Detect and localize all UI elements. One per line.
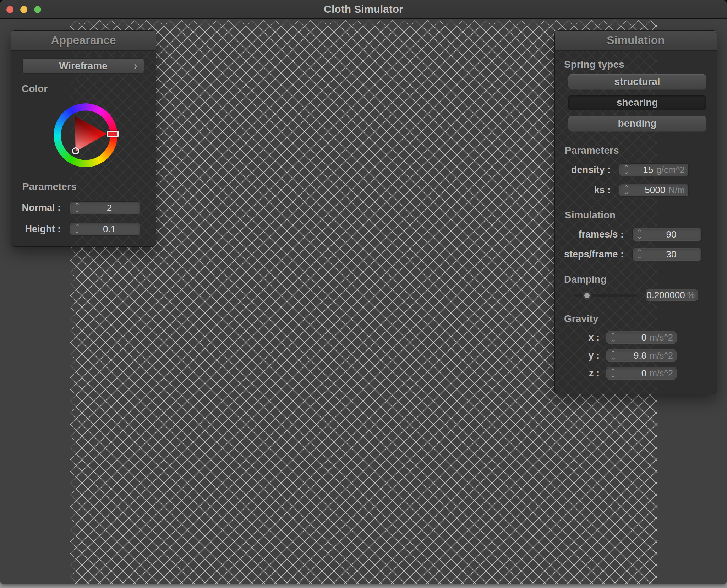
gravity-x-row: x : ⌃⌄ 0 m/s^2 — [562, 331, 677, 344]
gravity-x-value[interactable]: 0 — [618, 332, 646, 343]
titlebar: Cloth Simulator — [0, 0, 727, 19]
wireframe-button-label: Wireframe — [59, 60, 108, 72]
appearance-panel-title[interactable]: Appearance — [11, 31, 156, 51]
frames-spinner[interactable]: ⌃⌄ 90 — [632, 228, 702, 241]
spinner-up-down-icon[interactable]: ⌃⌄ — [610, 369, 616, 377]
simulation-parameters-heading: Parameters — [565, 145, 619, 156]
gravity-x-unit: m/s^2 — [650, 332, 673, 343]
steps-label: steps/frame : — [562, 249, 624, 260]
frames-value[interactable]: 90 — [645, 229, 698, 240]
spring-bending-button[interactable]: bending — [568, 116, 706, 131]
damping-unit: % — [687, 290, 695, 300]
structural-label: structural — [614, 76, 660, 87]
damping-heading: Damping — [564, 274, 607, 285]
spinner-up-down-icon[interactable]: ⌃⌄ — [610, 333, 616, 341]
spinner-up-down-icon[interactable]: ⌃⌄ — [636, 250, 643, 258]
gravity-z-spinner[interactable]: ⌃⌄ 0 m/s^2 — [606, 367, 677, 380]
gravity-y-spinner[interactable]: ⌃⌄ -9.8 m/s^2 — [606, 349, 677, 362]
spring-structural-button[interactable]: structural — [568, 74, 706, 89]
ks-value[interactable]: 5000 — [632, 185, 665, 196]
simulation-panel-title[interactable]: Simulation — [555, 31, 717, 51]
steps-value[interactable]: 30 — [645, 249, 698, 260]
normal-spinner[interactable]: ⌃⌄ 2 — [70, 201, 140, 214]
spinner-up-down-icon[interactable]: ⌃⌄ — [610, 352, 616, 359]
normal-value[interactable]: 2 — [82, 202, 136, 213]
color-wheel — [54, 103, 117, 167]
height-value[interactable]: 0.1 — [82, 224, 136, 235]
density-spinner[interactable]: ⌃⌄ 15 g/cm^2 — [619, 163, 689, 176]
steps-spinner[interactable]: ⌃⌄ 30 — [632, 248, 702, 261]
appearance-parameters-heading: Parameters — [22, 181, 77, 192]
normal-label: Normal : — [18, 202, 61, 213]
normal-row: Normal : ⌃⌄ 2 — [18, 201, 140, 214]
appearance-panel: Appearance Wireframe › Color Parameters … — [11, 30, 156, 247]
window-title: Cloth Simulator — [0, 0, 727, 18]
spinner-up-down-icon[interactable]: ⌃⌄ — [74, 204, 80, 212]
gravity-z-value[interactable]: 0 — [618, 368, 646, 379]
frames-row: frames/s : ⌃⌄ 90 — [562, 228, 702, 241]
spring-shearing-button[interactable]: shearing — [568, 95, 706, 110]
gravity-y-unit: m/s^2 — [650, 350, 673, 361]
chevron-right-icon: › — [134, 60, 137, 72]
density-value[interactable]: 15 — [632, 164, 653, 175]
spinner-up-down-icon[interactable]: ⌃⌄ — [636, 230, 643, 238]
gravity-y-label: y : — [562, 350, 600, 361]
damping-value-box[interactable]: 0.200000 % — [646, 289, 698, 301]
hue-cursor[interactable] — [107, 131, 119, 137]
height-row: Height : ⌃⌄ 0.1 — [18, 222, 140, 236]
ks-unit: N/m — [668, 185, 685, 195]
density-unit: g/cm^2 — [656, 165, 685, 175]
sv-cursor[interactable] — [72, 147, 79, 154]
gravity-x-spinner[interactable]: ⌃⌄ 0 m/s^2 — [606, 331, 677, 344]
simulation-section-heading: Simulation — [565, 209, 616, 221]
spring-types-heading: Spring types — [564, 59, 624, 70]
gravity-x-label: x : — [562, 332, 600, 343]
spinner-up-down-icon[interactable]: ⌃⌄ — [623, 166, 629, 174]
ks-spinner[interactable]: ⌃⌄ 5000 N/m — [619, 184, 689, 197]
height-label: Height : — [18, 224, 61, 235]
spinner-up-down-icon[interactable]: ⌃⌄ — [623, 186, 629, 194]
color-heading: Color — [22, 83, 48, 94]
bending-label: bending — [618, 118, 657, 129]
density-label: density : — [562, 164, 611, 175]
simulation-panel: Simulation Spring types structural shear… — [554, 30, 717, 394]
damping-slider-knob[interactable] — [582, 291, 592, 300]
density-row: density : ⌃⌄ 15 g/cm^2 — [562, 163, 689, 176]
spinner-up-down-icon[interactable]: ⌃⌄ — [74, 225, 80, 233]
app-window: Cloth Simulator Appearance Wireframe › C… — [0, 0, 727, 584]
gravity-y-row: y : ⌃⌄ -9.8 m/s^2 — [562, 349, 677, 362]
gravity-z-label: z : — [562, 368, 600, 379]
ks-row: ks : ⌃⌄ 5000 N/m — [562, 183, 689, 197]
steps-row: steps/frame : ⌃⌄ 30 — [562, 247, 702, 261]
height-spinner[interactable]: ⌃⌄ 0.1 — [70, 223, 140, 236]
damping-value: 0.200000 — [646, 290, 685, 301]
gravity-z-row: z : ⌃⌄ 0 m/s^2 — [562, 366, 677, 380]
gravity-heading: Gravity — [564, 313, 598, 325]
wireframe-button[interactable]: Wireframe › — [22, 58, 144, 74]
gravity-y-value[interactable]: -9.8 — [618, 350, 646, 361]
frames-label: frames/s : — [562, 229, 624, 240]
ks-label: ks : — [562, 185, 611, 196]
gravity-z-unit: m/s^2 — [650, 368, 673, 379]
shearing-label: shearing — [617, 97, 658, 108]
